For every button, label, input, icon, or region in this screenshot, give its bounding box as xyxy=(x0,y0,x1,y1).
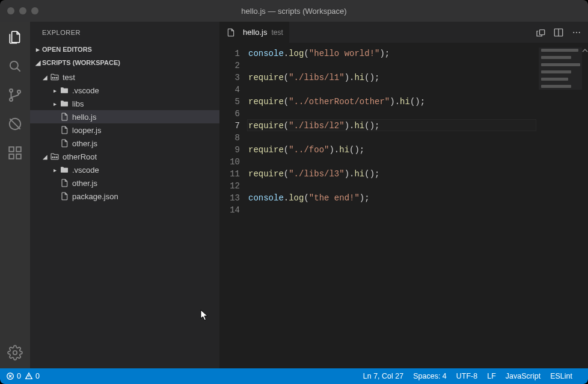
main-area: EXPLORER ▸OPEN EDITORS◢SCRIPTS (WORKSPAC… xyxy=(0,22,588,368)
chevron-right-icon: ▸ xyxy=(51,167,59,173)
scroll-up-arrow-icon[interactable] xyxy=(582,45,588,51)
line-number: 12 xyxy=(219,180,240,192)
chevron-down-icon: ◢ xyxy=(34,59,42,67)
code-line: require("../otherRoot/other").hi(); xyxy=(248,96,588,108)
window-title: hello.js — scripts (Workspace) xyxy=(0,7,588,16)
chevron-right-icon: ▸ xyxy=(51,87,59,94)
folder-item-test[interactable]: ◢test xyxy=(30,70,219,84)
status-errors[interactable]: 0 xyxy=(6,372,21,380)
git-branch-icon[interactable] xyxy=(7,87,23,104)
section-header-0[interactable]: ▸OPEN EDITORS xyxy=(30,43,219,56)
files-icon[interactable] xyxy=(7,29,23,46)
file-icon xyxy=(225,27,236,38)
minimap-line xyxy=(541,82,580,84)
line-number: 9 xyxy=(219,144,240,156)
gear-icon[interactable] xyxy=(7,344,23,361)
folder-item-otherRoot[interactable]: ◢otherRoot xyxy=(30,150,219,163)
search-icon[interactable] xyxy=(7,58,23,75)
status-warning-count: 0 xyxy=(35,372,40,380)
code-line xyxy=(248,204,588,216)
status-error-count: 0 xyxy=(17,372,21,380)
folder-icon xyxy=(59,85,70,96)
svg-point-12 xyxy=(56,77,57,78)
debug-icon[interactable] xyxy=(7,116,23,132)
explorer-sidebar: EXPLORER ▸OPEN EDITORS◢SCRIPTS (WORKSPAC… xyxy=(30,22,219,368)
chevron-down-icon: ◢ xyxy=(41,153,49,160)
minimap-line xyxy=(541,49,578,52)
tab-hello-js[interactable]: hello.js test xyxy=(219,22,289,43)
tree-item-label: hello.js xyxy=(72,113,96,122)
tree-item-label: package.json xyxy=(72,192,118,201)
line-number: 11 xyxy=(219,168,240,180)
close-window-button[interactable] xyxy=(7,7,14,14)
status-linter[interactable]: ESLint xyxy=(550,372,572,380)
more-icon[interactable]: ⋯ xyxy=(571,27,582,38)
file-icon xyxy=(59,111,70,122)
line-number: 3 xyxy=(219,72,240,84)
chevron-down-icon: ◢ xyxy=(41,74,49,81)
status-eol[interactable]: LF xyxy=(487,372,496,380)
status-bar: 0 0 Ln 7, Col 27 Spaces: 4 UTF-8 LF Java… xyxy=(0,368,588,384)
status-language[interactable]: JavaScript xyxy=(506,372,541,380)
extensions-icon[interactable] xyxy=(7,144,23,161)
code-line xyxy=(248,156,588,168)
code-line: require("./libs/l3").hi(); xyxy=(248,168,588,180)
section-label: SCRIPTS (WORKSPACE) xyxy=(42,59,120,66)
code-line: require("../foo").hi(); xyxy=(248,144,588,156)
code-line: console.log("hello world!"); xyxy=(248,48,588,60)
tab-directory: test xyxy=(271,28,283,37)
tree-item-label: looper.js xyxy=(72,126,101,135)
code-line xyxy=(248,108,588,120)
status-encoding[interactable]: UTF-8 xyxy=(456,372,477,380)
code-content[interactable]: console.log("hello world!"); require("./… xyxy=(248,43,588,368)
minimap[interactable] xyxy=(539,48,582,90)
status-warnings[interactable]: 0 xyxy=(25,372,40,380)
code-line xyxy=(248,60,588,72)
error-icon xyxy=(6,372,14,380)
file-item-package-json[interactable]: package.json xyxy=(30,190,219,203)
file-item-other-js[interactable]: other.js xyxy=(30,137,219,150)
line-number: 13 xyxy=(219,192,240,204)
file-icon xyxy=(59,125,70,135)
minimap-line xyxy=(541,56,571,59)
file-item-hello-js[interactable]: hello.js xyxy=(30,110,219,123)
split-editor-icon[interactable] xyxy=(553,27,564,38)
tab-actions: ⋯ xyxy=(535,22,588,43)
section-header-1[interactable]: ◢SCRIPTS (WORKSPACE) xyxy=(30,56,219,69)
file-item-looper-js[interactable]: looper.js xyxy=(30,123,219,137)
activity-bar xyxy=(0,22,30,368)
svg-point-13 xyxy=(52,156,54,158)
code-line xyxy=(248,180,588,192)
svg-point-15 xyxy=(56,156,57,158)
editor-body[interactable]: 1234567891011121314 console.log("hello w… xyxy=(219,43,588,368)
tree-item-label: .vscode xyxy=(72,166,99,175)
folder-item--vscode[interactable]: ▸.vscode xyxy=(30,163,219,176)
svg-point-14 xyxy=(54,156,55,158)
maximize-window-button[interactable] xyxy=(31,7,38,14)
minimap-line xyxy=(541,53,580,55)
file-icon xyxy=(59,138,70,149)
file-item-other-js[interactable]: other.js xyxy=(30,176,219,190)
tree-item-label: other.js xyxy=(72,179,97,188)
line-number: 2 xyxy=(219,60,240,72)
svg-rect-16 xyxy=(540,29,545,34)
minimap-line xyxy=(541,63,580,66)
status-indentation[interactable]: Spaces: 4 xyxy=(413,372,447,380)
minimap-line xyxy=(541,60,580,62)
code-line xyxy=(248,132,588,144)
svg-rect-8 xyxy=(16,147,21,152)
minimize-window-button[interactable] xyxy=(19,7,26,14)
svg-point-3 xyxy=(17,90,20,93)
tree-item-label: test xyxy=(63,73,75,82)
folder-item--vscode[interactable]: ▸.vscode xyxy=(30,84,219,97)
svg-point-0 xyxy=(10,61,18,69)
peeking-icon[interactable] xyxy=(535,27,546,38)
file-icon xyxy=(59,191,70,202)
status-cursor-position[interactable]: Ln 7, Col 27 xyxy=(363,372,403,380)
line-number: 1 xyxy=(219,48,240,60)
folder-icon xyxy=(59,98,70,109)
svg-point-2 xyxy=(10,98,13,101)
folder-item-libs[interactable]: ▸libs xyxy=(30,97,219,110)
current-line-highlight xyxy=(247,119,536,131)
line-number: 6 xyxy=(219,108,240,120)
